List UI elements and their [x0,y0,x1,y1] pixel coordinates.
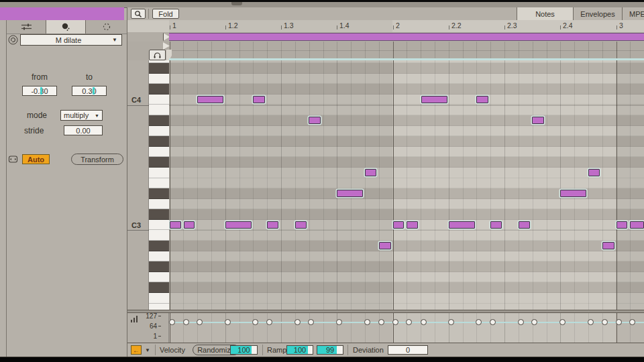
velocity-marker[interactable] [378,319,384,325]
piano-key[interactable] [149,105,169,116]
velocity-marker[interactable] [518,319,524,325]
auto-button[interactable]: Auto [22,154,50,164]
piano-key[interactable] [149,241,169,251]
fold-button[interactable]: Fold [152,9,179,19]
piano-key[interactable] [149,293,169,304]
piano-key[interactable] [149,84,169,95]
tab-transform[interactable] [46,20,86,34]
velocity-marker[interactable] [531,319,537,325]
velocity-marker[interactable] [336,319,342,325]
midi-note[interactable] [184,221,195,229]
tab-notes[interactable]: Notes [517,7,574,20]
velocity-marker[interactable] [266,319,272,325]
piano-key[interactable] [149,230,169,241]
lane-add-button[interactable]: ← [131,345,142,355]
tab-mpe[interactable]: MPE [623,7,644,20]
tab-generate[interactable] [86,20,127,34]
note-grid[interactable] [169,60,644,310]
velocity-marker[interactable] [364,319,370,325]
piano-key[interactable] [149,63,169,74]
velocity-marker[interactable] [448,319,454,325]
piano-key[interactable] [149,95,169,105]
midi-note[interactable] [379,242,391,249]
midi-note[interactable] [365,169,376,176]
midi-note[interactable] [337,190,363,197]
midi-note[interactable] [490,221,502,229]
midi-note[interactable] [519,221,530,229]
tab-envelopes[interactable]: Envelopes [574,7,623,20]
piano-key[interactable] [149,188,169,199]
velocity-marker[interactable] [225,319,231,325]
ramp-from-field[interactable]: 100 [286,345,313,355]
velocity-marker[interactable] [197,319,203,325]
velocity-marker[interactable] [476,319,482,325]
velocity-marker[interactable] [421,319,427,325]
velocity-marker[interactable] [252,319,258,325]
preset-reload-icon[interactable] [8,35,18,45]
midi-note[interactable] [407,221,418,229]
randomize-amount-field[interactable]: 100 [230,345,258,355]
piano-key[interactable] [149,272,169,283]
velocity-marker[interactable] [602,319,608,325]
midi-note[interactable] [267,221,278,229]
preset-selector[interactable]: M dilate ▼ [20,34,122,46]
piano-key[interactable] [149,251,169,262]
from-field[interactable]: -0.30 [22,86,57,96]
velocity-marker[interactable] [183,319,189,325]
mode-selector[interactable]: multiply ▼ [60,110,103,121]
piano-key[interactable] [149,126,169,137]
piano-key[interactable] [149,147,169,158]
velocity-marker[interactable] [616,319,622,325]
ramp-to-field[interactable]: 99 [317,345,343,355]
midi-note[interactable] [532,117,544,124]
lane-selector-icon[interactable] [130,316,138,322]
midi-note[interactable] [309,117,321,124]
to-field[interactable]: 0.30 [72,86,107,96]
transform-button[interactable]: Transform [71,154,123,165]
stride-field[interactable]: 0.00 [64,125,103,135]
velocity-marker[interactable] [588,319,594,325]
midi-note[interactable] [449,221,475,229]
midi-note[interactable] [616,221,627,229]
velocity-marker[interactable] [392,319,398,325]
velocity-marker[interactable] [629,319,635,325]
midi-note[interactable] [476,96,488,103]
midi-note[interactable] [393,221,404,229]
piano-key[interactable] [149,209,169,220]
piano-key[interactable] [149,261,169,272]
midi-note[interactable] [602,242,614,249]
velocity-marker[interactable] [406,319,412,325]
midi-note[interactable] [295,221,307,229]
zoom-search-button[interactable] [131,9,146,19]
midi-note[interactable] [225,221,252,229]
piano-key[interactable] [149,304,169,310]
midi-note[interactable] [253,96,265,103]
piano-key[interactable] [149,178,169,189]
loop-brace[interactable] [169,33,644,41]
piano-key[interactable] [149,168,169,178]
piano-key[interactable] [149,220,169,231]
velocity-marker[interactable] [559,319,566,325]
velocity-marker[interactable] [294,319,301,325]
clip-title-bar[interactable] [0,7,124,21]
velocity-lane[interactable] [169,313,644,343]
piano-key[interactable] [149,199,169,210]
lane-dropdown-button[interactable]: ▼ [143,345,152,355]
auto-loop-icon[interactable] [8,154,18,164]
midi-note[interactable] [560,190,586,197]
midi-note[interactable] [170,221,181,229]
piano-key[interactable] [149,74,169,84]
piano-key[interactable] [149,115,169,126]
preview-headphone-button[interactable] [149,50,166,60]
deviation-field[interactable]: 0 [388,345,428,355]
piano-key[interactable] [149,282,169,293]
piano-key[interactable] [149,157,169,168]
midi-note[interactable] [630,221,644,229]
piano-key[interactable] [149,136,169,147]
velocity-marker[interactable] [490,319,496,325]
velocity-marker[interactable] [169,319,175,325]
tab-controls[interactable] [7,20,46,34]
midi-note[interactable] [588,169,600,176]
midi-note[interactable] [197,96,223,103]
scrub-band[interactable] [127,42,644,60]
